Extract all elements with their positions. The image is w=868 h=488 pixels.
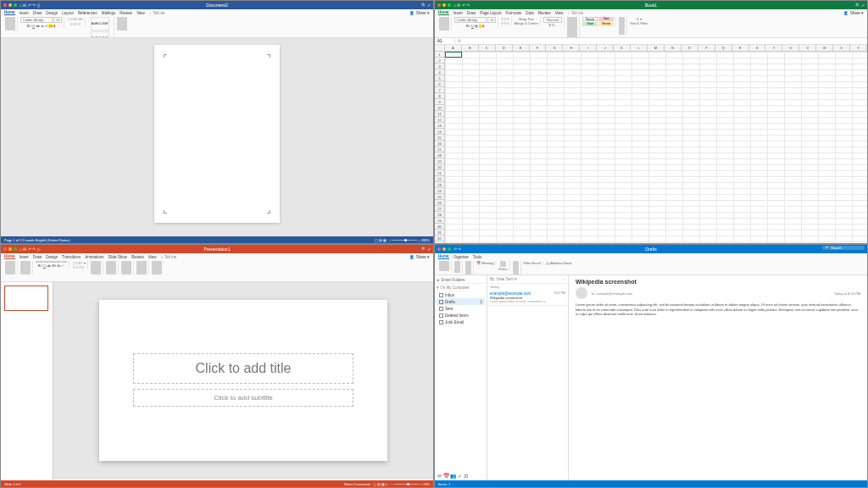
- align-left-button[interactable]: ≡: [70, 22, 71, 26]
- zoom-level[interactable]: 100%: [421, 238, 430, 242]
- unread-icon[interactable]: [513, 267, 519, 273]
- message-item[interactable]: 8:55 PM example@example.com Wikipedia sc…: [487, 290, 568, 306]
- close-icon[interactable]: [437, 247, 441, 251]
- folder-inbox[interactable]: Inbox: [437, 291, 485, 298]
- close-icon[interactable]: [437, 3, 441, 7]
- rules-button[interactable]: Rules: [498, 267, 507, 271]
- quick-access-toolbar[interactable]: ⌂ ⊟ ↶ ↷: [453, 3, 470, 8]
- move-icon[interactable]: [500, 261, 506, 267]
- fontsize-selector[interactable]: 11: [487, 17, 496, 23]
- italic-button[interactable]: I: [470, 24, 470, 28]
- insert-cells-icon[interactable]: [619, 17, 625, 23]
- cond-format-icon[interactable]: [567, 17, 577, 30]
- tab-pagelayout[interactable]: Page Layout: [480, 11, 501, 15]
- tab-draw[interactable]: Draw: [467, 11, 476, 15]
- bold-button[interactable]: B: [27, 24, 30, 28]
- slide-count[interactable]: Slide 1 of 1: [4, 482, 21, 486]
- tell-me[interactable]: ♀ Tell me: [149, 11, 165, 15]
- row-headers[interactable]: 1234567891011121314151617181920212223242…: [435, 52, 445, 243]
- maximize-icon[interactable]: [448, 247, 451, 251]
- maximize-icon[interactable]: [448, 3, 451, 7]
- font-selector[interactable]: [36, 261, 61, 263]
- archive-icon[interactable]: [454, 267, 460, 273]
- search-icon[interactable]: 🔍 ⤢: [855, 3, 865, 8]
- zoom-slider[interactable]: [392, 240, 417, 241]
- merge-button[interactable]: Merge & Centre: [515, 21, 538, 25]
- tab-insert[interactable]: Insert: [19, 255, 29, 259]
- delete-cells-icon[interactable]: [619, 23, 625, 29]
- filter-button[interactable]: Filter Email: [524, 261, 541, 265]
- fontcolor-button[interactable]: A: [482, 24, 485, 28]
- text-box-icon[interactable]: [91, 261, 101, 274]
- close-icon[interactable]: [3, 247, 7, 251]
- folder-sent[interactable]: Sent: [437, 305, 485, 312]
- tab-tools[interactable]: Tools: [473, 255, 482, 259]
- thumbnail-slide-1[interactable]: [4, 286, 48, 311]
- align-center-button[interactable]: ≡: [73, 22, 75, 26]
- quick-access-toolbar[interactable]: ⌂ ⊟ ↶ ↷ ▷: [19, 247, 41, 252]
- paste-icon[interactable]: [5, 261, 15, 274]
- number-format[interactable]: General: [543, 17, 562, 23]
- fontsize-selector[interactable]: [62, 261, 67, 263]
- folder-junk[interactable]: Junk Email: [437, 319, 485, 325]
- title-placeholder[interactable]: Click to add title: [133, 353, 353, 384]
- tab-mailings[interactable]: Mailings: [102, 11, 116, 15]
- paste-icon[interactable]: [5, 17, 15, 30]
- fontcolor-button[interactable]: A: [53, 24, 56, 28]
- border-button[interactable]: ▦: [475, 24, 478, 28]
- numbering-button[interactable]: 1≡: [74, 17, 78, 21]
- italic-button[interactable]: I: [31, 24, 31, 28]
- highlight-button[interactable]: ab: [48, 24, 52, 28]
- notes-comments-buttons[interactable]: Notes Comments: [344, 482, 370, 486]
- maximize-icon[interactable]: [14, 3, 17, 7]
- tab-home[interactable]: Home: [438, 254, 449, 259]
- search-input[interactable]: 🔍 Search: [822, 246, 865, 250]
- comma-button[interactable]: ,: [555, 23, 556, 27]
- tab-animations[interactable]: Animations: [85, 255, 103, 259]
- arrange-icon[interactable]: [121, 261, 131, 274]
- email-body[interactable]: Lorem ipsum dolor sit amet, consectetur …: [576, 302, 860, 317]
- fillcolor-button[interactable]: ◇: [479, 24, 481, 28]
- nav-icons[interactable]: ✉ 📅 👥 ✓ 🗒: [437, 473, 469, 479]
- zoom-level[interactable]: 74%: [423, 482, 430, 486]
- slide[interactable]: Click to add title Click to add subtitle: [99, 300, 387, 461]
- cell-styles[interactable]: NormalBad GoodNeutral: [581, 17, 616, 26]
- sort-filter-button[interactable]: Sort & Filter: [630, 21, 648, 25]
- share-button[interactable]: 👤 Share ▾: [409, 255, 430, 259]
- new-email-icon[interactable]: [439, 261, 449, 271]
- tab-insert[interactable]: Insert: [453, 11, 463, 15]
- name-box[interactable]: A1: [435, 39, 455, 43]
- account-header[interactable]: ▾ On My Computer: [437, 284, 485, 291]
- status-page-info[interactable]: Page 1 of 1 0 words English (United Stat…: [4, 238, 70, 242]
- quick-access-toolbar[interactable]: ⌂ ⊟ ↶ ↷ ⎙: [19, 3, 40, 8]
- address-book-button[interactable]: 📖 Address Book: [546, 261, 572, 265]
- minimize-icon[interactable]: [442, 3, 446, 7]
- quick-access-toolbar[interactable]: ↶ ↷: [453, 247, 461, 252]
- close-icon[interactable]: [3, 3, 7, 7]
- styles-gallery[interactable]: AaBbCcDdE AaBbCcDdE AaBbCcDc AaBbCcDdE A…: [86, 17, 114, 38]
- tell-me[interactable]: ♀ Tell me: [567, 11, 583, 15]
- underline-button[interactable]: U: [471, 24, 474, 28]
- tab-review[interactable]: Review: [131, 255, 144, 259]
- flag-icon[interactable]: [513, 261, 519, 267]
- subtitle-placeholder[interactable]: Click to add subtitle: [133, 389, 353, 407]
- underline-button[interactable]: U: [32, 24, 35, 28]
- fx-icon[interactable]: fx: [455, 39, 464, 43]
- fontsize-selector[interactable]: 11: [53, 17, 62, 23]
- minimize-icon[interactable]: [8, 247, 12, 251]
- tab-layout[interactable]: Layout: [62, 11, 74, 15]
- format-cells-icon[interactable]: [619, 29, 625, 35]
- font-selector[interactable]: Calibri (Body): [20, 17, 53, 23]
- share-button[interactable]: 👤 Share ▾: [409, 11, 430, 15]
- minimize-icon[interactable]: [8, 3, 12, 7]
- tab-home[interactable]: Home: [438, 10, 449, 15]
- zoom-slider[interactable]: [394, 484, 420, 485]
- quick-styles-icon[interactable]: [136, 261, 147, 274]
- tab-organise[interactable]: Organise: [453, 255, 469, 259]
- tab-slideshow[interactable]: Slide Show: [108, 255, 127, 259]
- view-buttons[interactable]: ▢ ▤ ▦ ▷: [373, 482, 388, 486]
- reply-all-icon[interactable]: [465, 267, 471, 273]
- currency-button[interactable]: $: [549, 23, 551, 27]
- sub-button[interactable]: x₂: [41, 24, 44, 28]
- tab-insert[interactable]: Insert: [19, 11, 29, 15]
